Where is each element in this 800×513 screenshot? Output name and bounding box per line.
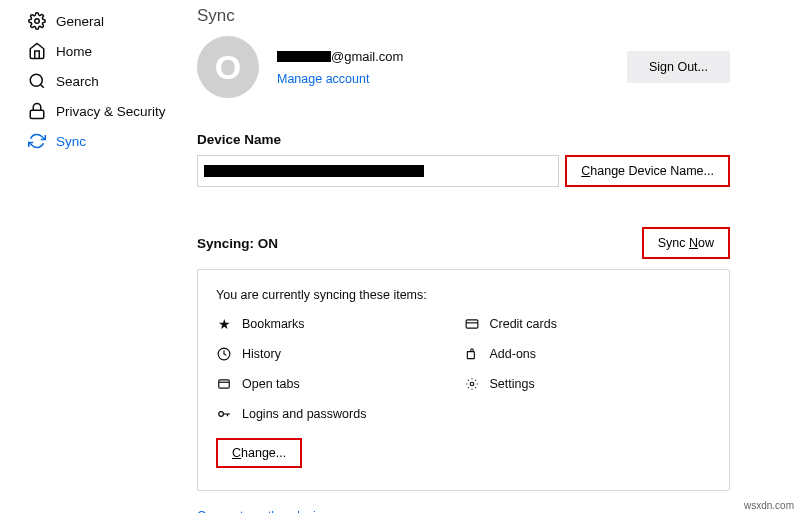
search-icon xyxy=(28,72,46,90)
syncing-title: Syncing: ON xyxy=(197,236,278,251)
redacted-device-name xyxy=(204,165,424,177)
gear-small-icon xyxy=(464,376,480,392)
sync-item-bookmarks: ★ Bookmarks xyxy=(216,316,464,332)
device-name-field[interactable] xyxy=(197,155,559,187)
manage-account-link[interactable]: Manage account xyxy=(277,72,609,86)
svg-line-2 xyxy=(40,84,43,87)
clock-icon xyxy=(216,346,232,362)
gear-icon xyxy=(28,12,46,30)
change-sync-items-button[interactable]: Change...Change... xyxy=(216,438,302,468)
sync-item-opentabs: Open tabs xyxy=(216,376,464,392)
svg-point-13 xyxy=(470,382,474,386)
sidebar: General Home Search Privacy & Security S… xyxy=(0,0,197,513)
sidebar-label-home: Home xyxy=(56,44,92,59)
account-info: @gmail.com Manage account xyxy=(277,49,609,86)
svg-rect-5 xyxy=(219,380,230,388)
sidebar-label-general: General xyxy=(56,14,104,29)
svg-point-1 xyxy=(30,74,42,86)
account-email: @gmail.com xyxy=(277,49,609,64)
syncing-card: You are currently syncing these items: ★… xyxy=(197,269,730,491)
sync-item-history: History xyxy=(216,346,464,362)
svg-rect-3 xyxy=(30,110,44,118)
sidebar-item-sync[interactable]: Sync xyxy=(28,126,197,156)
key-icon xyxy=(216,406,232,422)
svg-point-0 xyxy=(35,19,40,24)
star-icon: ★ xyxy=(216,316,232,332)
card-icon xyxy=(464,316,480,332)
sync-now-button[interactable]: Sync NowSync Now xyxy=(642,227,730,259)
page-title: Sync xyxy=(197,6,730,26)
sidebar-item-home[interactable]: Home xyxy=(28,36,197,66)
sync-item-logins: Logins and passwords xyxy=(216,406,464,422)
sync-item-addons: Add-ons xyxy=(464,346,712,362)
sync-item-settings: Settings xyxy=(464,376,712,392)
sidebar-label-sync: Sync xyxy=(56,134,86,149)
device-name-label: Device Name xyxy=(197,132,730,147)
svg-rect-10 xyxy=(466,320,478,328)
device-name-row: CChange Device Name...hange Device Name.… xyxy=(197,155,730,187)
sidebar-label-privacy: Privacy & Security xyxy=(56,104,166,119)
connect-device-link[interactable]: Connect another device xyxy=(197,509,329,513)
redacted-email-user xyxy=(277,51,331,62)
avatar: O xyxy=(197,36,259,98)
syncing-header: Syncing: ON Sync NowSync Now xyxy=(197,227,730,259)
sidebar-item-search[interactable]: Search xyxy=(28,66,197,96)
sign-out-button[interactable]: Sign Out... xyxy=(627,51,730,83)
watermark: wsxdn.com xyxy=(744,500,794,511)
change-device-name-button[interactable]: CChange Device Name...hange Device Name.… xyxy=(565,155,730,187)
email-suffix: @gmail.com xyxy=(331,49,403,64)
home-icon xyxy=(28,42,46,60)
svg-point-7 xyxy=(219,412,224,417)
puzzle-icon xyxy=(464,346,480,362)
syncing-intro: You are currently syncing these items: xyxy=(216,288,711,302)
sync-item-cards: Credit cards xyxy=(464,316,712,332)
window-icon xyxy=(216,376,232,392)
sync-icon xyxy=(28,132,46,150)
sidebar-label-search: Search xyxy=(56,74,99,89)
lock-icon xyxy=(28,102,46,120)
sidebar-item-privacy[interactable]: Privacy & Security xyxy=(28,96,197,126)
sidebar-item-general[interactable]: General xyxy=(28,6,197,36)
svg-rect-12 xyxy=(467,352,474,359)
main-content: Sync O @gmail.com Manage account Sign Ou… xyxy=(197,0,800,513)
account-row: O @gmail.com Manage account Sign Out... xyxy=(197,36,730,98)
